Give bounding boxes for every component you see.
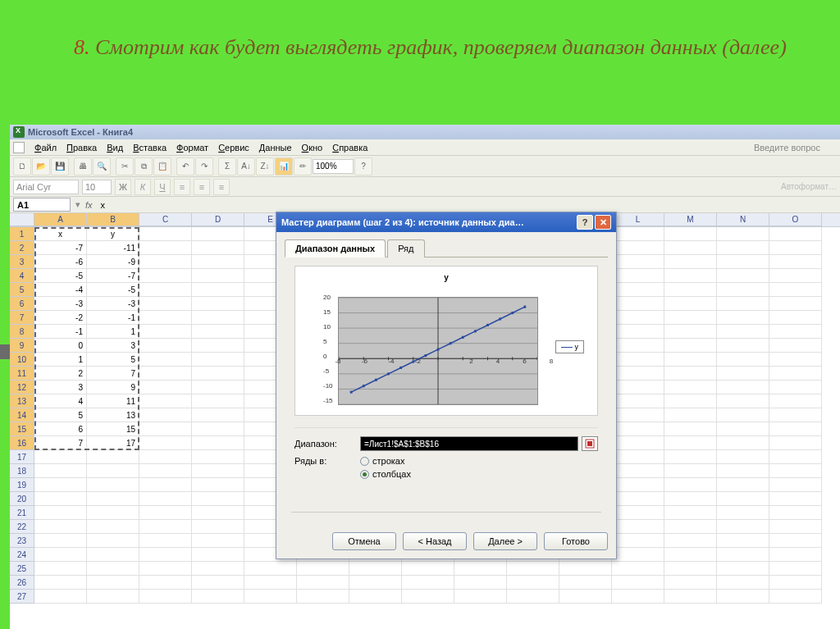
row-header[interactable]: 1 [10, 227, 34, 241]
cell[interactable] [34, 464, 87, 478]
cell[interactable] [612, 548, 664, 562]
cell[interactable] [139, 325, 192, 339]
paste-icon[interactable]: 📋 [153, 157, 171, 175]
cell[interactable] [87, 590, 139, 604]
cell[interactable] [454, 562, 507, 576]
cell[interactable]: 3 [87, 339, 139, 353]
cell[interactable] [349, 562, 402, 576]
cell[interactable] [769, 241, 822, 255]
cell[interactable] [717, 297, 769, 311]
cell[interactable] [192, 381, 244, 394]
align-right-icon[interactable]: ≡ [213, 179, 230, 195]
cell[interactable] [192, 339, 244, 353]
cell[interactable] [717, 241, 769, 255]
cell[interactable] [139, 422, 192, 436]
cell[interactable] [192, 408, 244, 422]
help-button[interactable]: ? [577, 215, 593, 230]
tab-data-range[interactable]: Диапазон данных [285, 239, 386, 258]
cell[interactable] [612, 422, 664, 436]
cell[interactable] [507, 562, 559, 576]
cancel-button[interactable]: Отмена [332, 532, 396, 550]
print-icon[interactable]: 🖶 [74, 157, 92, 175]
cell[interactable] [664, 520, 717, 534]
help-icon[interactable]: ? [354, 157, 372, 175]
range-picker-icon[interactable] [582, 436, 598, 451]
cell[interactable] [612, 367, 664, 381]
menu-окно[interactable]: Окно [297, 141, 328, 154]
col-header-B[interactable]: B [87, 213, 139, 226]
cell[interactable] [139, 576, 192, 590]
cell[interactable] [769, 562, 822, 576]
cell[interactable]: -5 [34, 269, 87, 283]
cell[interactable] [139, 478, 192, 492]
cell[interactable] [717, 227, 769, 241]
cell[interactable] [717, 325, 769, 339]
cell[interactable]: -1 [87, 311, 139, 325]
bold-icon[interactable]: Ж [115, 179, 131, 195]
cell[interactable] [297, 562, 349, 576]
cell[interactable] [717, 534, 769, 548]
cell[interactable] [612, 450, 664, 464]
cell[interactable] [139, 297, 192, 311]
cell[interactable] [612, 464, 664, 478]
range-input[interactable]: =Лист1!$A$1:$B$16 [360, 436, 578, 451]
cell[interactable] [664, 283, 717, 297]
cell[interactable] [717, 478, 769, 492]
cell[interactable] [34, 562, 87, 576]
copy-icon[interactable]: ⧉ [135, 157, 153, 175]
cell[interactable] [612, 227, 664, 241]
cell[interactable] [612, 297, 664, 311]
cell[interactable]: 9 [87, 381, 139, 394]
cell[interactable] [612, 381, 664, 394]
cell[interactable] [612, 590, 664, 604]
row-header[interactable]: 25 [10, 562, 34, 576]
cell[interactable] [769, 436, 822, 450]
cell[interactable] [192, 422, 244, 436]
row-header[interactable]: 26 [10, 576, 34, 590]
dialog-titlebar[interactable]: Мастер диаграмм (шаг 2 из 4): источник д… [276, 212, 616, 232]
cell[interactable] [769, 255, 822, 269]
cell[interactable] [612, 534, 664, 548]
row-header[interactable]: 6 [10, 297, 34, 311]
radio-rows[interactable]: строках [360, 456, 411, 466]
cell[interactable]: -9 [87, 255, 139, 269]
cell[interactable] [664, 478, 717, 492]
cell[interactable] [664, 548, 717, 562]
cell[interactable] [139, 534, 192, 548]
cell[interactable] [769, 478, 822, 492]
menu-правка[interactable]: Правка [62, 141, 102, 154]
cell[interactable] [192, 241, 244, 255]
cell[interactable] [139, 381, 192, 394]
cell[interactable] [297, 576, 349, 590]
cell[interactable] [717, 408, 769, 422]
cell[interactable] [717, 590, 769, 604]
cell[interactable] [244, 590, 297, 604]
cell[interactable] [559, 590, 612, 604]
cell[interactable] [664, 562, 717, 576]
cell[interactable] [769, 576, 822, 590]
cell[interactable] [192, 590, 244, 604]
cell[interactable] [612, 394, 664, 408]
cell[interactable] [717, 464, 769, 478]
cell[interactable] [612, 520, 664, 534]
cell[interactable] [612, 506, 664, 520]
cell[interactable] [34, 590, 87, 604]
row-header[interactable]: 19 [10, 478, 34, 492]
row-header[interactable]: 15 [10, 422, 34, 436]
cell[interactable] [139, 562, 192, 576]
cell[interactable] [34, 576, 87, 590]
cell[interactable] [664, 269, 717, 283]
cell[interactable] [34, 548, 87, 562]
cell[interactable]: 0 [34, 339, 87, 353]
cell[interactable] [664, 506, 717, 520]
cell[interactable] [717, 450, 769, 464]
col-header-M[interactable]: M [664, 213, 717, 226]
cell[interactable] [717, 283, 769, 297]
cell[interactable] [717, 353, 769, 367]
cell[interactable] [717, 548, 769, 562]
next-button[interactable]: Далее > [473, 532, 537, 550]
cell[interactable]: -7 [34, 241, 87, 255]
cell[interactable] [139, 367, 192, 381]
radio-columns[interactable]: столбцах [360, 469, 411, 479]
cell[interactable] [192, 464, 244, 478]
